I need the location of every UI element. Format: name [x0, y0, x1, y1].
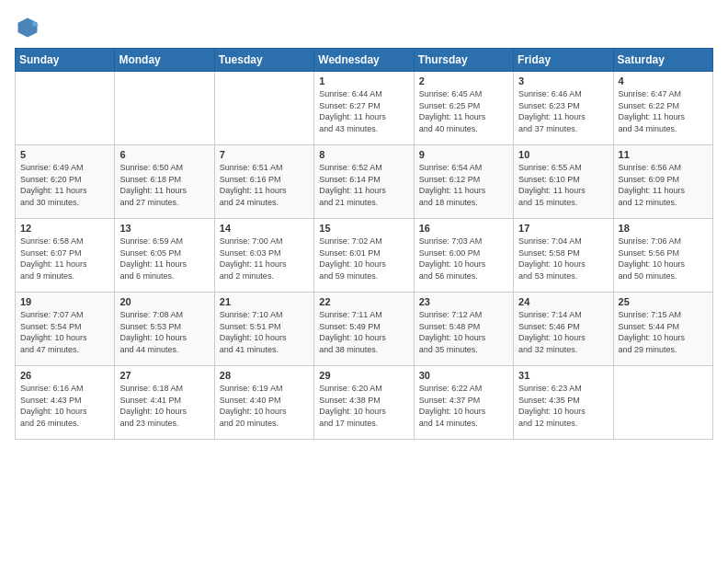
logo: [15, 15, 44, 40]
calendar-cell: 3Sunrise: 6:46 AM Sunset: 6:23 PM Daylig…: [514, 72, 613, 145]
day-number: 22: [319, 296, 408, 307]
day-number: 14: [220, 223, 309, 234]
calendar-cell: 29Sunrise: 6:20 AM Sunset: 4:38 PM Dayli…: [314, 366, 414, 440]
calendar-cell: 5Sunrise: 6:49 AM Sunset: 6:20 PM Daylig…: [16, 145, 115, 219]
svg-marker-0: [18, 18, 38, 38]
calendar-cell: 22Sunrise: 7:11 AM Sunset: 5:49 PM Dayli…: [314, 293, 414, 366]
day-info: Sunrise: 6:19 AM Sunset: 4:40 PM Dayligh…: [220, 383, 309, 429]
day-info: Sunrise: 7:00 AM Sunset: 6:03 PM Dayligh…: [220, 236, 309, 282]
calendar-cell: 17Sunrise: 7:04 AM Sunset: 5:58 PM Dayli…: [514, 219, 613, 293]
calendar-header-row: Sunday Monday Tuesday Wednesday Thursday…: [16, 49, 713, 72]
calendar-cell: 15Sunrise: 7:02 AM Sunset: 6:01 PM Dayli…: [314, 219, 414, 293]
day-info: Sunrise: 6:22 AM Sunset: 4:37 PM Dayligh…: [419, 383, 508, 429]
day-info: Sunrise: 6:46 AM Sunset: 6:23 PM Dayligh…: [518, 88, 608, 134]
calendar-cell: 21Sunrise: 7:10 AM Sunset: 5:51 PM Dayli…: [214, 293, 313, 366]
day-number: 15: [319, 223, 408, 234]
day-info: Sunrise: 6:20 AM Sunset: 4:38 PM Dayligh…: [319, 383, 408, 429]
day-info: Sunrise: 7:14 AM Sunset: 5:46 PM Dayligh…: [518, 309, 608, 355]
day-info: Sunrise: 6:51 AM Sunset: 6:16 PM Dayligh…: [220, 162, 309, 208]
day-info: Sunrise: 6:18 AM Sunset: 4:41 PM Dayligh…: [119, 383, 209, 429]
day-number: 19: [20, 296, 109, 307]
calendar-cell: 11Sunrise: 6:56 AM Sunset: 6:09 PM Dayli…: [613, 145, 712, 219]
svg-marker-1: [32, 19, 39, 26]
calendar-cell: 13Sunrise: 6:59 AM Sunset: 6:05 PM Dayli…: [115, 219, 214, 293]
col-saturday: Saturday: [613, 49, 712, 72]
calendar-cell: 27Sunrise: 6:18 AM Sunset: 4:41 PM Dayli…: [115, 366, 214, 440]
day-number: 13: [119, 223, 209, 234]
calendar-cell: 18Sunrise: 7:06 AM Sunset: 5:56 PM Dayli…: [613, 219, 712, 293]
day-info: Sunrise: 7:15 AM Sunset: 5:44 PM Dayligh…: [619, 309, 708, 355]
day-number: 24: [518, 296, 608, 307]
day-number: 20: [119, 296, 209, 307]
week-row-5: 26Sunrise: 6:16 AM Sunset: 4:43 PM Dayli…: [16, 366, 713, 440]
day-info: Sunrise: 7:11 AM Sunset: 5:49 PM Dayligh…: [319, 309, 408, 355]
calendar-cell: 16Sunrise: 7:03 AM Sunset: 6:00 PM Dayli…: [414, 219, 513, 293]
day-info: Sunrise: 6:59 AM Sunset: 6:05 PM Dayligh…: [119, 236, 209, 282]
day-number: 28: [220, 370, 309, 381]
calendar-cell: [115, 72, 214, 145]
week-row-3: 12Sunrise: 6:58 AM Sunset: 6:07 PM Dayli…: [16, 219, 713, 293]
day-info: Sunrise: 6:16 AM Sunset: 4:43 PM Dayligh…: [20, 383, 109, 429]
day-number: 23: [419, 296, 508, 307]
col-sunday: Sunday: [16, 49, 115, 72]
col-tuesday: Tuesday: [214, 49, 313, 72]
calendar-cell: 7Sunrise: 6:51 AM Sunset: 6:16 PM Daylig…: [214, 145, 313, 219]
calendar-cell: 2Sunrise: 6:45 AM Sunset: 6:25 PM Daylig…: [414, 72, 513, 145]
calendar-cell: 31Sunrise: 6:23 AM Sunset: 4:35 PM Dayli…: [514, 366, 613, 440]
day-number: 6: [119, 149, 209, 160]
calendar-cell: 26Sunrise: 6:16 AM Sunset: 4:43 PM Dayli…: [16, 366, 115, 440]
calendar-cell: 28Sunrise: 6:19 AM Sunset: 4:40 PM Dayli…: [214, 366, 313, 440]
day-info: Sunrise: 6:58 AM Sunset: 6:07 PM Dayligh…: [20, 236, 109, 282]
day-info: Sunrise: 6:44 AM Sunset: 6:27 PM Dayligh…: [319, 88, 408, 134]
day-number: 21: [220, 296, 309, 307]
week-row-4: 19Sunrise: 7:07 AM Sunset: 5:54 PM Dayli…: [16, 293, 713, 366]
col-wednesday: Wednesday: [314, 49, 414, 72]
day-number: 31: [518, 370, 608, 381]
day-info: Sunrise: 6:47 AM Sunset: 6:22 PM Dayligh…: [619, 88, 708, 134]
day-number: 27: [119, 370, 209, 381]
calendar-cell: 30Sunrise: 6:22 AM Sunset: 4:37 PM Dayli…: [414, 366, 513, 440]
day-info: Sunrise: 6:23 AM Sunset: 4:35 PM Dayligh…: [518, 383, 608, 429]
week-row-2: 5Sunrise: 6:49 AM Sunset: 6:20 PM Daylig…: [16, 145, 713, 219]
calendar-cell: 6Sunrise: 6:50 AM Sunset: 6:18 PM Daylig…: [115, 145, 214, 219]
day-number: 16: [419, 223, 508, 234]
day-info: Sunrise: 7:04 AM Sunset: 5:58 PM Dayligh…: [518, 236, 608, 282]
calendar-cell: 14Sunrise: 7:00 AM Sunset: 6:03 PM Dayli…: [214, 219, 313, 293]
day-number: 12: [20, 223, 109, 234]
calendar-cell: [613, 366, 712, 440]
day-info: Sunrise: 7:06 AM Sunset: 5:56 PM Dayligh…: [619, 236, 708, 282]
calendar-cell: 9Sunrise: 6:54 AM Sunset: 6:12 PM Daylig…: [414, 145, 513, 219]
logo-icon: [15, 15, 40, 40]
calendar-cell: [214, 72, 313, 145]
day-number: 29: [319, 370, 408, 381]
day-info: Sunrise: 7:02 AM Sunset: 6:01 PM Dayligh…: [319, 236, 408, 282]
day-number: 9: [419, 149, 508, 160]
day-info: Sunrise: 7:08 AM Sunset: 5:53 PM Dayligh…: [119, 309, 209, 355]
day-number: 17: [518, 223, 608, 234]
week-row-1: 1Sunrise: 6:44 AM Sunset: 6:27 PM Daylig…: [16, 72, 713, 145]
day-number: 5: [20, 149, 109, 160]
col-friday: Friday: [514, 49, 613, 72]
day-number: 7: [220, 149, 309, 160]
calendar-cell: 25Sunrise: 7:15 AM Sunset: 5:44 PM Dayli…: [613, 293, 712, 366]
calendar-cell: 20Sunrise: 7:08 AM Sunset: 5:53 PM Dayli…: [115, 293, 214, 366]
day-number: 2: [419, 75, 508, 86]
col-monday: Monday: [115, 49, 214, 72]
calendar-cell: 4Sunrise: 6:47 AM Sunset: 6:22 PM Daylig…: [613, 72, 712, 145]
day-number: 25: [619, 296, 708, 307]
calendar-cell: [16, 72, 115, 145]
col-thursday: Thursday: [414, 49, 513, 72]
day-number: 10: [518, 149, 608, 160]
day-number: 4: [619, 75, 708, 86]
day-number: 3: [518, 75, 608, 86]
day-number: 26: [20, 370, 109, 381]
calendar-cell: 8Sunrise: 6:52 AM Sunset: 6:14 PM Daylig…: [314, 145, 414, 219]
day-number: 18: [619, 223, 708, 234]
day-info: Sunrise: 6:52 AM Sunset: 6:14 PM Dayligh…: [319, 162, 408, 208]
day-number: 1: [319, 75, 408, 86]
calendar-cell: 19Sunrise: 7:07 AM Sunset: 5:54 PM Dayli…: [16, 293, 115, 366]
calendar-cell: 12Sunrise: 6:58 AM Sunset: 6:07 PM Dayli…: [16, 219, 115, 293]
calendar-cell: 1Sunrise: 6:44 AM Sunset: 6:27 PM Daylig…: [314, 72, 414, 145]
day-info: Sunrise: 6:45 AM Sunset: 6:25 PM Dayligh…: [419, 88, 508, 134]
calendar-cell: 24Sunrise: 7:14 AM Sunset: 5:46 PM Dayli…: [514, 293, 613, 366]
